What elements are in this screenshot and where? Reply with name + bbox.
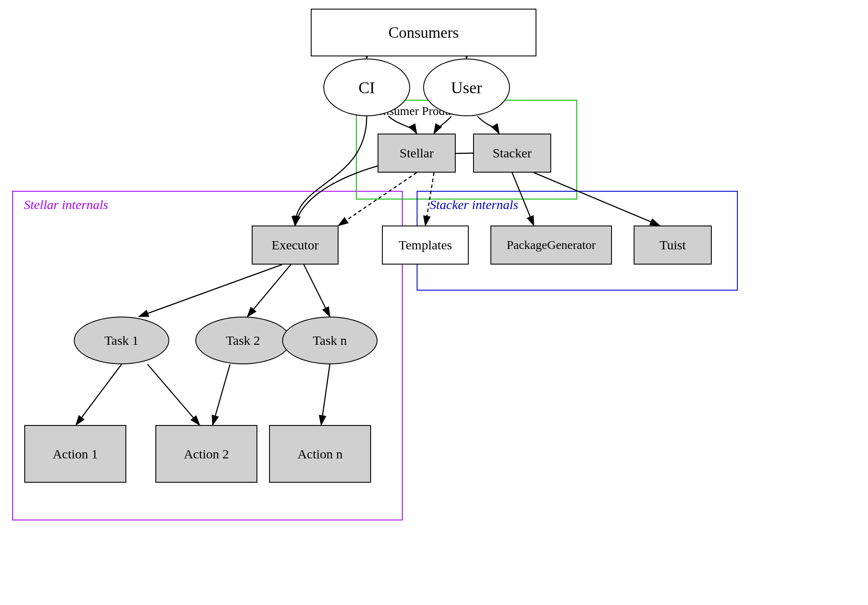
action2-label: Action 2 [184, 447, 229, 461]
actionn-node: Action n [269, 425, 371, 483]
package-generator-label: PackageGenerator [506, 238, 595, 252]
stellar-label: Stellar [400, 146, 434, 160]
stacker-internals-label: Stacker internals [430, 197, 518, 212]
task1-node: Task 1 [74, 317, 169, 364]
user-node: User [423, 59, 510, 116]
tuist-node: Tuist [634, 226, 712, 265]
executor-label: Executor [272, 238, 319, 252]
taskn-node: Task n [282, 317, 378, 364]
user-label: User [451, 78, 482, 97]
task2-label: Task 2 [226, 333, 260, 348]
package-generator-node: PackageGenerator [490, 226, 612, 265]
templates-label: Templates [399, 238, 452, 252]
tuist-label: Tuist [660, 238, 686, 252]
architecture-diagram: Stellar internals Consumer Products Stac… [0, 0, 868, 605]
action1-node: Action 1 [24, 425, 126, 483]
ci-label: CI [358, 78, 375, 97]
templates-node: Templates [382, 226, 469, 265]
consumers-node: Consumers [311, 9, 536, 56]
taskn-label: Task n [313, 333, 347, 348]
stacker-label: Stacker [493, 146, 532, 160]
actionn-label: Action n [297, 447, 342, 461]
task1-label: Task 1 [105, 333, 139, 348]
stellar-node: Stellar [378, 134, 456, 173]
consumers-label: Consumers [388, 23, 459, 42]
stellar-internals-label: Stellar internals [24, 197, 108, 212]
action2-node: Action 2 [155, 425, 257, 483]
stacker-node: Stacker [473, 134, 551, 173]
ci-node: CI [323, 59, 410, 116]
action1-label: Action 1 [53, 447, 98, 461]
executor-node: Executor [252, 226, 339, 265]
task2-node: Task 2 [195, 317, 291, 364]
